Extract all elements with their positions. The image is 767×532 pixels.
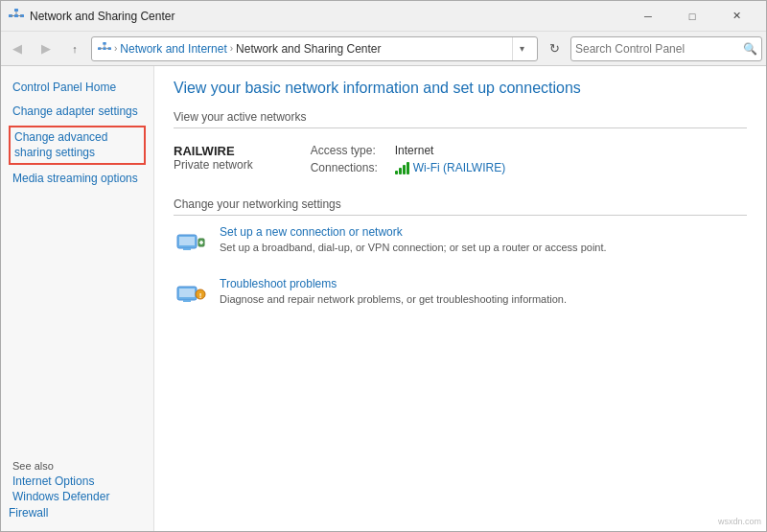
new-connection-link[interactable]: Set up a new connection or network [220,225,607,239]
troubleshoot-desc: Diagnose and repair network problems, or… [220,293,567,305]
breadcrumb-sep1: › [114,43,117,54]
new-connection-icon [174,225,208,260]
window-controls: ─ □ ✕ [626,1,758,32]
new-connection-text: Set up a new connection or network Set u… [220,225,607,253]
svg-text:!: ! [199,291,202,300]
sidebar-item-control-panel-home[interactable]: Control Panel Home [9,78,146,98]
see-also-section: See also Internet Options Windows Defend… [9,443,146,521]
wifi-icon [395,162,409,174]
sidebar-item-windows-defender[interactable]: Windows Defender Firewall [9,488,109,521]
connections-value: Wi-Fi (RAILWIRE) [413,161,505,174]
svg-rect-0 [14,9,18,12]
back-button[interactable]: ◀ [5,36,30,61]
sidebar-item-change-advanced-sharing[interactable]: Change advanced sharing settings [9,126,146,166]
svg-rect-1 [14,14,18,17]
networking-settings-header: Change your networking settings [174,197,747,216]
sidebar-item-internet-options[interactable]: Internet Options [9,473,98,490]
troubleshoot-link[interactable]: Troubleshoot problems [220,277,567,290]
troubleshoot-svg: ! [175,279,206,310]
watermark: wsxdn.com [718,517,761,526]
forward-button[interactable]: ▶ [34,36,58,61]
title-bar: Network and Sharing Center ─ □ ✕ [1,1,766,32]
address-box[interactable]: › Network and Internet › Network and Sha… [91,36,538,61]
active-networks-header: View your active networks [174,110,747,128]
network-details: Access type: Internet Connections: [311,144,505,174]
networking-settings-section: Change your networking settings Set up a… [174,197,747,312]
search-input[interactable] [575,42,739,56]
content-area: View your basic network information and … [154,66,766,532]
see-also-label: See also [9,458,146,474]
search-box[interactable]: 🔍 [570,36,762,61]
page-title: View your basic network information and … [174,80,747,97]
connections-label: Connections: [311,161,387,174]
breadcrumb-network-internet[interactable]: Network and Internet [120,42,226,56]
network-icon [9,9,24,24]
access-type-label: Access type: [311,144,387,157]
svg-rect-21 [179,289,195,297]
refresh-button[interactable]: ↻ [542,36,567,61]
svg-rect-7 [103,42,106,45]
network-name-block: RAILWIRE Private network [174,144,253,172]
access-type-row: Access type: Internet [311,144,505,157]
wifi-bar-1 [395,171,398,174]
title-bar-left: Network and Sharing Center [9,9,174,24]
breadcrumb: › Network and Internet › Network and Sha… [98,42,508,56]
new-connection-desc: Set up a broadband, dial-up, or VPN conn… [220,242,607,253]
main-container: Control Panel Home Change adapter settin… [1,66,766,532]
new-connection-item: Set up a new connection or network Set u… [174,225,747,260]
up-button[interactable]: ↑ [62,36,87,61]
wifi-bar-4 [407,162,409,174]
search-icon[interactable]: 🔍 [743,42,757,56]
sidebar-item-change-adapter[interactable]: Change adapter settings [9,102,146,122]
wifi-bar-3 [403,165,406,174]
close-button[interactable]: ✕ [714,1,758,32]
wifi-bar-2 [399,168,402,174]
connections-link[interactable]: Wi-Fi (RAILWIRE) [395,161,505,174]
address-dropdown-arrow[interactable]: ▾ [512,37,531,60]
address-bar: ◀ ▶ ↑ › Network and Internet › Network a… [1,32,766,66]
active-networks-section: View your active networks RAILWIRE Priva… [174,110,747,180]
access-type-value: Internet [395,144,434,157]
breadcrumb-current: Network and Sharing Center [236,42,381,56]
title-bar-title: Network and Sharing Center [30,10,174,23]
new-connection-svg [175,227,206,258]
sidebar: Control Panel Home Change adapter settin… [1,66,154,532]
troubleshoot-item: ! Troubleshoot problems Diagnose and rep… [174,277,747,312]
svg-rect-15 [179,237,195,245]
breadcrumb-icon [98,42,111,56]
troubleshoot-text: Troubleshoot problems Diagnose and repai… [220,277,567,305]
troubleshoot-icon: ! [174,277,208,312]
connections-row: Connections: Wi-Fi (RAILWIRE) [311,161,505,174]
breadcrumb-sep2: › [230,43,233,54]
network-type: Private network [174,158,253,172]
svg-rect-22 [183,300,191,302]
svg-rect-16 [183,248,191,250]
sidebar-item-media-streaming[interactable]: Media streaming options [9,169,146,189]
network-info: RAILWIRE Private network Access type: In… [174,138,747,180]
minimize-button[interactable]: ─ [626,1,670,32]
svg-rect-8 [103,47,106,50]
network-name: RAILWIRE [174,144,253,158]
maximize-button[interactable]: □ [670,1,714,32]
